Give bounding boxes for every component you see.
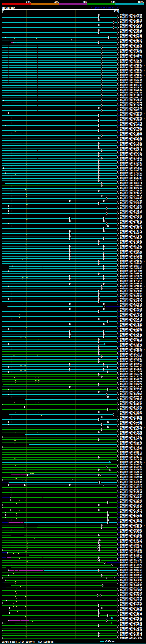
hit-label[interactable]: UniRef100C5E1D7	[120, 624, 142, 627]
hit-bar[interactable]	[2, 382, 117, 382]
hit-bar[interactable]	[2, 193, 117, 194]
hit-label[interactable]: UniRef100B9I2G9	[120, 114, 142, 116]
hit-bar[interactable]	[10, 613, 117, 614]
hit-bar[interactable]	[2, 196, 117, 196]
hit-label[interactable]: UniRef100Q7RS49	[120, 619, 142, 622]
hit-label[interactable]: UniRef100Q0UP30	[120, 214, 142, 217]
hit-label[interactable]: UniRef100C5PCX6	[120, 245, 142, 247]
hit-bar[interactable]	[2, 623, 111, 624]
hit-label[interactable]: UniRef100Q801L8	[120, 265, 142, 267]
hit-label[interactable]: UniRef100Q4YX90	[120, 584, 142, 586]
hit-label[interactable]: UniRef100C0Z2G7	[120, 187, 142, 190]
hit-label[interactable]: UniRef100C5L3C7	[120, 504, 142, 506]
hit-label[interactable]: UniRef100C5DGD7	[120, 576, 142, 579]
hit-label[interactable]: UniRef100P46800	[120, 481, 142, 484]
hit-bar[interactable]	[9, 414, 113, 415]
hit-bar[interactable]	[2, 372, 117, 372]
hit-label[interactable]: UniRef100B7T1N8	[120, 174, 142, 177]
hit-bar[interactable]	[2, 309, 117, 309]
hit-bar[interactable]	[2, 572, 117, 573]
hit-bar[interactable]	[2, 206, 117, 206]
hit-bar[interactable]	[2, 454, 117, 455]
hit-label[interactable]: UniRef100B0X0Y1	[120, 396, 142, 398]
hit-bar[interactable]	[2, 62, 117, 63]
hit-bar[interactable]	[2, 233, 117, 234]
hit-bar[interactable]	[2, 304, 117, 304]
hit-bar[interactable]	[2, 324, 117, 324]
hit-label[interactable]: UniRef100C0NN62	[120, 363, 142, 365]
hit-bar[interactable]	[4, 582, 117, 583]
hit-label[interactable]: UniRef100Q6Y217	[120, 149, 142, 152]
hit-bar[interactable]	[2, 578, 113, 578]
hit-label[interactable]: UniRef100B8BQ72	[120, 36, 142, 38]
hit-label[interactable]: UniRef100Q8IBA0	[120, 501, 142, 504]
hit-bar[interactable]	[28, 474, 117, 475]
hit-bar[interactable]	[2, 113, 117, 113]
hit-label[interactable]: UniRef100B2VS63	[120, 217, 142, 220]
hit-bar[interactable]	[2, 188, 117, 189]
hit-label[interactable]: UniRef100Q60FS2	[120, 295, 142, 298]
hit-label[interactable]: UniRef100C7GW94	[120, 627, 142, 629]
hit-bar[interactable]	[25, 434, 117, 435]
hit-bar[interactable]	[2, 75, 117, 76]
hit-bar[interactable]	[2, 286, 117, 287]
hit-bar[interactable]	[2, 50, 117, 50]
hit-bar[interactable]	[29, 444, 117, 445]
hit-bar[interactable]	[2, 422, 117, 422]
hit-bar[interactable]	[2, 213, 117, 214]
hit-label[interactable]: UniRef100B7G365	[120, 172, 142, 174]
hit-bar[interactable]	[2, 628, 117, 628]
hit-label[interactable]: UniRef100B6AH09	[120, 602, 142, 604]
hit-label[interactable]: UniRef100C5GGJ3	[120, 368, 142, 370]
hit-bar[interactable]	[2, 595, 117, 596]
hit-label[interactable]: UniRef100C9E2R1	[120, 51, 142, 54]
hit-bar[interactable]	[2, 344, 104, 344]
hit-bar[interactable]	[2, 95, 117, 96]
hit-bar[interactable]	[2, 386, 117, 387]
hit-label[interactable]: UniRef100C8YZ71	[120, 169, 142, 172]
hit-label[interactable]: UniRef100C5FEE7	[120, 322, 142, 325]
hit-label[interactable]: UniRef100C7YT79	[120, 230, 142, 232]
hit-label[interactable]: UniRef100A4S6H8	[120, 31, 142, 34]
hit-bar[interactable]	[2, 198, 117, 199]
hit-bar[interactable]	[2, 449, 117, 450]
hit-bar[interactable]	[2, 472, 117, 473]
hit-label[interactable]: UniRef100Q870G6	[120, 250, 142, 252]
hit-bar[interactable]	[2, 211, 117, 211]
hit-bar[interactable]	[2, 537, 117, 538]
hit-label[interactable]: UniRef100B0XE31	[120, 622, 142, 624]
hit-label[interactable]: UniRef100Q1WLW3	[120, 14, 142, 16]
hit-label[interactable]: UniRef100B4NZ46	[120, 197, 142, 200]
hit-label[interactable]: UniRef100B2ADC3	[120, 302, 142, 305]
hit-label[interactable]: UniRef100B4K3F2	[120, 486, 142, 488]
hit-bar[interactable]	[2, 27, 117, 28]
hit-bar[interactable]	[2, 366, 117, 367]
hit-label[interactable]: UniRef100Q27JQ8	[120, 200, 142, 202]
hit-bar[interactable]	[2, 402, 117, 402]
hit-bar[interactable]	[2, 200, 117, 201]
hit-bar[interactable]	[2, 68, 117, 68]
hit-label[interactable]: UniRef100Q801L9	[120, 109, 142, 112]
hit-label[interactable]: UniRef100A9P926	[120, 106, 142, 109]
hit-bar[interactable]	[2, 568, 117, 568]
hit-bar[interactable]	[2, 288, 117, 289]
hit-bar[interactable]	[44, 570, 117, 571]
hit-bar[interactable]	[2, 100, 117, 101]
hit-bar[interactable]	[11, 497, 117, 498]
hit-label[interactable]: UniRef100C3KHC5	[120, 194, 142, 197]
hit-bar[interactable]	[2, 228, 117, 229]
hit-label[interactable]: UniRef100UPI000..	[120, 74, 145, 76]
hit-bar[interactable]	[2, 238, 117, 239]
hit-label[interactable]: UniRef100Q4PBV5	[120, 234, 142, 237]
hit-label[interactable]: UniRef100P25387	[120, 16, 142, 18]
hit-bar[interactable]	[2, 336, 117, 337]
hit-bar[interactable]	[6, 588, 117, 588]
hit-label[interactable]: UniRef100UPI000..	[120, 348, 145, 350]
hit-label[interactable]: UniRef100Q40403	[120, 162, 142, 164]
hit-label[interactable]: UniRef100B3RW27	[120, 383, 142, 386]
hit-bar[interactable]	[2, 429, 117, 430]
hit-label[interactable]: UniRef100Q864T1	[120, 182, 142, 184]
hit-bar[interactable]	[2, 517, 117, 518]
hit-label[interactable]: UniRef100P63244	[120, 79, 142, 81]
hit-label[interactable]: UniRef100A7S9A5	[120, 132, 142, 134]
